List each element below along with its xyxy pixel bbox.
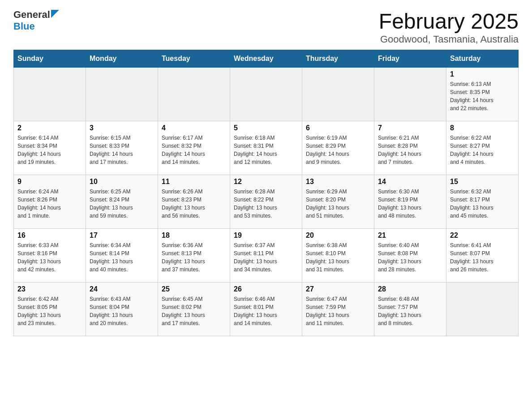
day-number: 3 xyxy=(90,124,154,132)
day-number: 22 xyxy=(450,231,515,240)
day-info: Sunrise: 6:13 AM Sunset: 8:35 PM Dayligh… xyxy=(450,80,515,112)
day-info: Sunrise: 6:24 AM Sunset: 8:26 PM Dayligh… xyxy=(17,188,82,220)
day-number: 1 xyxy=(450,70,515,78)
calendar-week-row: 1Sunrise: 6:13 AM Sunset: 8:35 PM Daylig… xyxy=(14,68,519,121)
day-of-week-header: Sunday xyxy=(14,50,86,68)
day-of-week-header: Tuesday xyxy=(158,50,230,68)
day-number: 4 xyxy=(162,124,226,132)
day-info: Sunrise: 6:38 AM Sunset: 8:10 PM Dayligh… xyxy=(306,241,370,274)
calendar-table: SundayMondayTuesdayWednesdayThursdayFrid… xyxy=(13,50,519,336)
day-number: 19 xyxy=(234,231,298,240)
calendar-cell xyxy=(302,68,374,121)
day-number: 5 xyxy=(234,124,298,132)
day-number: 17 xyxy=(90,231,154,240)
day-info: Sunrise: 6:30 AM Sunset: 8:19 PM Dayligh… xyxy=(378,188,442,220)
calendar-cell: 22Sunrise: 6:41 AM Sunset: 8:07 PM Dayli… xyxy=(446,229,519,283)
day-info: Sunrise: 6:26 AM Sunset: 8:23 PM Dayligh… xyxy=(162,188,226,220)
logo: General Blue xyxy=(13,9,59,32)
calendar-cell: 10Sunrise: 6:25 AM Sunset: 8:24 PM Dayli… xyxy=(86,175,158,229)
calendar-cell xyxy=(14,68,86,121)
calendar-cell: 5Sunrise: 6:18 AM Sunset: 8:31 PM Daylig… xyxy=(230,121,302,175)
calendar-cell: 1Sunrise: 6:13 AM Sunset: 8:35 PM Daylig… xyxy=(446,68,519,121)
calendar-cell: 21Sunrise: 6:40 AM Sunset: 8:08 PM Dayli… xyxy=(374,229,446,283)
calendar-cell: 12Sunrise: 6:28 AM Sunset: 8:22 PM Dayli… xyxy=(230,175,302,229)
day-number: 18 xyxy=(162,231,226,240)
calendar-week-row: 9Sunrise: 6:24 AM Sunset: 8:26 PM Daylig… xyxy=(14,175,519,229)
logo-blue-text: Blue xyxy=(13,21,35,32)
day-number: 24 xyxy=(90,285,154,293)
calendar-cell xyxy=(374,68,446,121)
logo-general-text: General xyxy=(13,9,50,21)
calendar-cell: 7Sunrise: 6:21 AM Sunset: 8:28 PM Daylig… xyxy=(374,121,446,175)
calendar-week-row: 16Sunrise: 6:33 AM Sunset: 8:16 PM Dayli… xyxy=(14,229,519,283)
calendar-cell xyxy=(86,68,158,121)
day-info: Sunrise: 6:15 AM Sunset: 8:33 PM Dayligh… xyxy=(90,134,154,166)
calendar-cell: 26Sunrise: 6:46 AM Sunset: 8:01 PM Dayli… xyxy=(230,283,302,336)
page-title: February 2025 xyxy=(379,9,519,34)
day-number: 16 xyxy=(17,231,82,240)
calendar-cell xyxy=(158,68,230,121)
day-number: 25 xyxy=(162,285,226,293)
calendar-cell: 23Sunrise: 6:42 AM Sunset: 8:05 PM Dayli… xyxy=(14,283,86,336)
calendar-body: 1Sunrise: 6:13 AM Sunset: 8:35 PM Daylig… xyxy=(14,68,519,336)
day-of-week-header: Friday xyxy=(374,50,446,68)
day-number: 2 xyxy=(17,124,82,132)
day-number: 11 xyxy=(162,178,226,186)
calendar-cell: 3Sunrise: 6:15 AM Sunset: 8:33 PM Daylig… xyxy=(86,121,158,175)
calendar-cell: 11Sunrise: 6:26 AM Sunset: 8:23 PM Dayli… xyxy=(158,175,230,229)
calendar-cell: 8Sunrise: 6:22 AM Sunset: 8:27 PM Daylig… xyxy=(446,121,519,175)
calendar-cell: 14Sunrise: 6:30 AM Sunset: 8:19 PM Dayli… xyxy=(374,175,446,229)
day-of-week-header: Monday xyxy=(86,50,158,68)
day-info: Sunrise: 6:33 AM Sunset: 8:16 PM Dayligh… xyxy=(17,241,82,274)
calendar-cell xyxy=(230,68,302,121)
calendar-cell: 24Sunrise: 6:43 AM Sunset: 8:04 PM Dayli… xyxy=(86,283,158,336)
calendar-cell: 19Sunrise: 6:37 AM Sunset: 8:11 PM Dayli… xyxy=(230,229,302,283)
day-number: 20 xyxy=(306,231,370,240)
day-info: Sunrise: 6:29 AM Sunset: 8:20 PM Dayligh… xyxy=(306,188,370,220)
day-number: 12 xyxy=(234,178,298,186)
day-info: Sunrise: 6:46 AM Sunset: 8:01 PM Dayligh… xyxy=(234,295,298,327)
day-number: 15 xyxy=(450,178,515,186)
calendar-header: SundayMondayTuesdayWednesdayThursdayFrid… xyxy=(14,50,519,68)
day-number: 13 xyxy=(306,178,370,186)
day-info: Sunrise: 6:18 AM Sunset: 8:31 PM Dayligh… xyxy=(234,134,298,166)
page-header: General Blue February 2025 Goodwood, Tas… xyxy=(13,9,519,45)
day-info: Sunrise: 6:28 AM Sunset: 8:22 PM Dayligh… xyxy=(234,188,298,220)
header-row: SundayMondayTuesdayWednesdayThursdayFrid… xyxy=(14,50,519,68)
day-number: 6 xyxy=(306,124,370,132)
day-info: Sunrise: 6:43 AM Sunset: 8:04 PM Dayligh… xyxy=(90,295,154,327)
day-info: Sunrise: 6:42 AM Sunset: 8:05 PM Dayligh… xyxy=(17,295,82,327)
day-number: 14 xyxy=(378,178,442,186)
day-number: 9 xyxy=(17,178,82,186)
svg-marker-0 xyxy=(51,10,59,18)
logo-arrow-icon xyxy=(51,10,59,18)
calendar-cell: 16Sunrise: 6:33 AM Sunset: 8:16 PM Dayli… xyxy=(14,229,86,283)
day-info: Sunrise: 6:22 AM Sunset: 8:27 PM Dayligh… xyxy=(450,134,515,166)
day-number: 10 xyxy=(90,178,154,186)
day-number: 23 xyxy=(17,285,82,293)
day-number: 8 xyxy=(450,124,515,132)
calendar-cell: 4Sunrise: 6:17 AM Sunset: 8:32 PM Daylig… xyxy=(158,121,230,175)
day-info: Sunrise: 6:34 AM Sunset: 8:14 PM Dayligh… xyxy=(90,241,154,274)
day-info: Sunrise: 6:32 AM Sunset: 8:17 PM Dayligh… xyxy=(450,188,515,220)
day-info: Sunrise: 6:21 AM Sunset: 8:28 PM Dayligh… xyxy=(378,134,442,166)
calendar-cell: 25Sunrise: 6:45 AM Sunset: 8:02 PM Dayli… xyxy=(158,283,230,336)
calendar-cell: 9Sunrise: 6:24 AM Sunset: 8:26 PM Daylig… xyxy=(14,175,86,229)
day-info: Sunrise: 6:36 AM Sunset: 8:13 PM Dayligh… xyxy=(162,241,226,274)
day-info: Sunrise: 6:41 AM Sunset: 8:07 PM Dayligh… xyxy=(450,241,515,274)
calendar-cell: 17Sunrise: 6:34 AM Sunset: 8:14 PM Dayli… xyxy=(86,229,158,283)
calendar-cell: 15Sunrise: 6:32 AM Sunset: 8:17 PM Dayli… xyxy=(446,175,519,229)
calendar-cell xyxy=(446,283,519,336)
day-number: 28 xyxy=(378,285,442,293)
calendar-cell: 18Sunrise: 6:36 AM Sunset: 8:13 PM Dayli… xyxy=(158,229,230,283)
day-info: Sunrise: 6:48 AM Sunset: 7:57 PM Dayligh… xyxy=(378,295,442,327)
calendar-cell: 13Sunrise: 6:29 AM Sunset: 8:20 PM Dayli… xyxy=(302,175,374,229)
day-info: Sunrise: 6:14 AM Sunset: 8:34 PM Dayligh… xyxy=(17,134,82,166)
day-of-week-header: Thursday xyxy=(302,50,374,68)
day-number: 21 xyxy=(378,231,442,240)
day-number: 27 xyxy=(306,285,370,293)
day-info: Sunrise: 6:40 AM Sunset: 8:08 PM Dayligh… xyxy=(378,241,442,274)
day-info: Sunrise: 6:47 AM Sunset: 7:59 PM Dayligh… xyxy=(306,295,370,327)
day-number: 7 xyxy=(378,124,442,132)
day-info: Sunrise: 6:45 AM Sunset: 8:02 PM Dayligh… xyxy=(162,295,226,327)
